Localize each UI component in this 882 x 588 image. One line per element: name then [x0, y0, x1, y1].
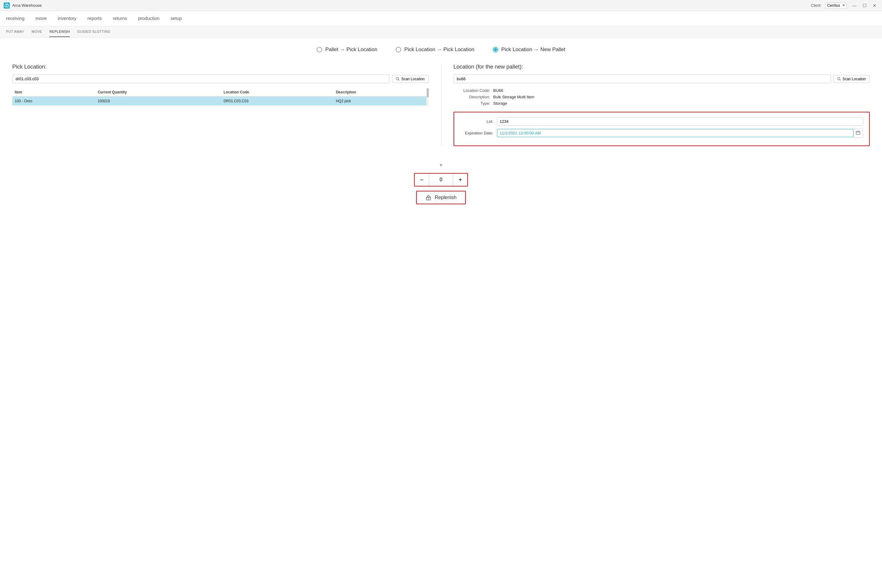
app-title: Arca Warehouse [12, 3, 42, 8]
detail-description-label: Description: [453, 94, 494, 99]
radio-pick-new-pallet[interactable]: Pick Location → New Pallet [493, 46, 566, 52]
replenish-button[interactable]: Replenish [416, 191, 465, 204]
nav-item-receiving[interactable]: receiving [6, 11, 24, 26]
expiry-label: Expiration Date: [460, 131, 497, 135]
client-label: Client: [811, 3, 821, 8]
calendar-button[interactable] [854, 129, 863, 138]
radio-pallet-pick[interactable]: Pallet → Pick Location [316, 46, 377, 52]
col-location-code: Location Code [221, 88, 333, 96]
cell-item: 103 - Oreo [12, 96, 95, 106]
radio-pick-pick[interactable]: Pick Location → Pick Location [396, 46, 474, 52]
minimize-button[interactable]: — [850, 3, 858, 9]
nav-item-returns[interactable]: returns [113, 11, 127, 26]
divider-arrow: ▼ [439, 163, 443, 168]
title-bar-left: Arca Warehouse [4, 3, 42, 9]
left-input-row: Scan Location [12, 74, 429, 83]
lot-label: Lot: [460, 119, 497, 124]
window-controls: — ☐ ✕ [850, 3, 878, 9]
radio-circle-pallet-pick [316, 47, 322, 52]
lot-expiry-box: Lot: Expiration Date: [453, 112, 870, 146]
detail-description: Description: Bulk Storage Multi Item [453, 94, 870, 99]
nav-item-inventory[interactable]: inventory [58, 11, 76, 26]
sub-nav-put-away[interactable]: PUT AWAY [6, 27, 24, 37]
detail-location-code: Location Code: BU66 [453, 88, 870, 93]
detail-type: Type: Storage [453, 101, 870, 106]
client-select[interactable]: Cerritus [825, 3, 847, 9]
nav-item-reports[interactable]: reports [88, 11, 102, 26]
radio-label-pick-pick: Pick Location → Pick Location [404, 46, 474, 52]
right-scan-button[interactable]: Scan Location [833, 75, 870, 83]
sub-nav-guided-slotting[interactable]: GUIDED SLOTTING [77, 27, 110, 37]
cell-description: HQ2 pick [333, 96, 426, 106]
decrement-button[interactable]: − [415, 174, 429, 186]
pick-location-input[interactable] [12, 74, 390, 83]
location-details: Location Code: BU66 Description: Bulk St… [453, 88, 870, 106]
expiry-row: Expiration Date: [460, 129, 863, 138]
sub-nav-move[interactable]: MOVE [32, 27, 42, 37]
nav-item-move[interactable]: move [36, 11, 47, 26]
main-content: Pallet → Pick Location Pick Location → P… [0, 38, 882, 588]
app-icon [4, 3, 10, 9]
svg-line-5 [840, 80, 841, 80]
title-bar: Arca Warehouse Client: Cerritus — ☐ ✕ [0, 0, 882, 11]
table-scrollbar[interactable] [426, 88, 429, 106]
table-header: Item Current Quantity Location Code Desc… [12, 88, 426, 96]
svg-line-3 [398, 80, 399, 80]
radio-circle-pick-new-pallet [493, 47, 498, 52]
radio-label-pallet-pick: Pallet → Pick Location [325, 46, 377, 52]
expiry-input-row [497, 129, 863, 138]
detail-description-value: Bulk Storage Multi Item [494, 94, 534, 99]
svg-point-2 [397, 78, 399, 80]
left-scan-button[interactable]: Scan Location [392, 75, 429, 83]
nav-item-setup[interactable]: setup [171, 11, 182, 26]
replenish-icon [425, 195, 432, 201]
search-icon-right [837, 77, 841, 81]
detail-type-label: Type: [453, 101, 494, 106]
table-row[interactable]: 103 - Oreo 100019 DR01.C03.C03 HQ2 pick [12, 96, 426, 106]
left-panel-title: Pick Location: [12, 64, 429, 70]
radio-label-pick-new-pallet: Pick Location → New Pallet [501, 46, 566, 52]
table-header-row: Item Current Quantity Location Code Desc… [12, 88, 426, 96]
radio-circle-pick-pick [396, 47, 401, 52]
title-bar-right: Client: Cerritus — ☐ ✕ [811, 3, 878, 9]
maximize-button[interactable]: ☐ [861, 3, 868, 9]
calendar-icon [856, 130, 860, 135]
quantity-section: ▼ − + Replenish [12, 161, 870, 204]
sub-nav-replenish[interactable]: REPLENISH [49, 27, 70, 37]
detail-type-value: Storage [494, 101, 507, 106]
cell-location-code: DR01.C03.C03 [221, 96, 333, 106]
col-item: Item [12, 88, 95, 96]
svg-point-4 [838, 78, 840, 80]
svg-rect-1 [6, 6, 8, 6]
scrollbar-thumb [427, 88, 429, 98]
detail-location-code-value: BU66 [494, 88, 504, 93]
panels: Pick Location: Scan Location [12, 64, 870, 146]
search-icon [396, 77, 400, 81]
lot-input[interactable] [497, 117, 863, 126]
new-pallet-location-input[interactable] [453, 74, 831, 83]
nav-item-production[interactable]: production [138, 11, 159, 26]
table-body: 103 - Oreo 100019 DR01.C03.C03 HQ2 pick [12, 96, 426, 106]
right-panel-title: Location (for the new pallet): [453, 64, 870, 70]
panel-left: Pick Location: Scan Location [12, 64, 441, 146]
pick-location-table: Item Current Quantity Location Code Desc… [12, 88, 426, 106]
pick-location-table-inner: Item Current Quantity Location Code Desc… [12, 88, 426, 106]
quantity-display[interactable] [429, 174, 453, 186]
quantity-controls: − + [414, 173, 468, 186]
col-description: Description [333, 88, 426, 96]
svg-rect-6 [856, 131, 860, 135]
sub-nav: PUT AWAY MOVE REPLENISH GUIDED SLOTTING [0, 26, 882, 38]
nav-bar: receiving move inventory reports returns… [0, 11, 882, 26]
col-quantity: Current Quantity [95, 88, 221, 96]
right-input-row: Scan Location [453, 74, 870, 83]
expiry-input[interactable] [497, 129, 854, 137]
panel-right: Location (for the new pallet): Scan Loca… [441, 64, 870, 146]
lot-row: Lot: [460, 117, 863, 126]
pick-location-table-wrapper: Item Current Quantity Location Code Desc… [12, 88, 429, 106]
cell-quantity: 100019 [95, 96, 221, 106]
close-button[interactable]: ✕ [871, 3, 878, 9]
radio-group: Pallet → Pick Location Pick Location → P… [12, 46, 870, 52]
detail-location-code-label: Location Code: [453, 88, 494, 93]
increment-button[interactable]: + [453, 174, 467, 186]
